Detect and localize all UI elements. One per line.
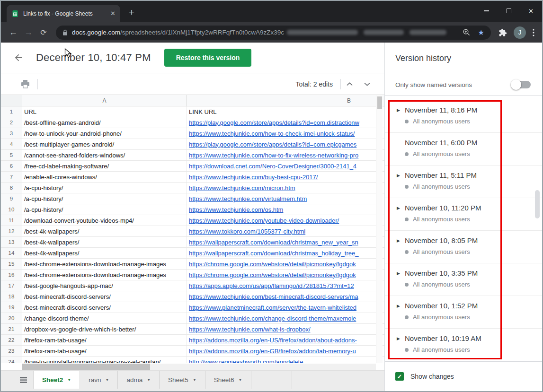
version-item[interactable]: ▶November 10, 3:35 PMAll anonymous users [385, 263, 542, 296]
forward-icon[interactable]: → [21, 27, 36, 37]
grid-vertical-scrollbar[interactable] [376, 95, 383, 363]
row-number[interactable]: 9 [1, 193, 22, 204]
column-header-a[interactable]: A [22, 95, 187, 106]
sheet-tab-adma[interactable]: adma▼ [118, 371, 160, 389]
row-number[interactable]: 6 [1, 161, 22, 171]
cell-link-url[interactable]: https://www.techjunkie.com/youtube-video… [187, 215, 384, 226]
cell-url[interactable]: /dropbox-vs-google-drive-which-is-better… [22, 324, 187, 334]
row-number[interactable]: 11 [1, 215, 22, 226]
avatar[interactable]: J [514, 26, 526, 39]
cell-url[interactable]: /best-minecraft-discord-servers/ [22, 291, 187, 302]
cell-link-url[interactable]: https://download.cnet.com/Nero-CoverDesi… [187, 161, 384, 171]
row-number[interactable]: 10 [1, 204, 22, 215]
row-number[interactable]: 24 [1, 357, 22, 363]
row-number[interactable]: 3 [1, 128, 22, 139]
column-header-b[interactable]: B [187, 95, 384, 106]
cell-url[interactable]: /best-4k-wallpapers/ [22, 237, 187, 247]
cell-link-url[interactable]: LINK URL [187, 106, 384, 117]
row-number[interactable]: 12 [1, 226, 22, 236]
tab-close-icon[interactable]: ✕ [110, 10, 116, 17]
grid-horizontal-scrollbar[interactable] [1, 364, 384, 370]
cell-url[interactable]: /change-discord-theme/ [22, 313, 187, 323]
version-item[interactable]: ▶November 11, 6:00 PMAll anonymous users [385, 133, 542, 166]
cell-link-url[interactable]: https://www.techjunkie.com/buy-best-cpu-… [187, 172, 384, 182]
browser-tab[interactable]: Links to fix - Google Sheets ✕ [7, 5, 120, 22]
restore-version-button[interactable]: Restore this version [164, 49, 252, 67]
sheet-tab-sheet2[interactable]: Sheet2▼ [33, 371, 80, 389]
cell-url[interactable]: /best-chrome-extensions-download-manage-… [22, 270, 187, 280]
bookmark-star-icon[interactable]: ★ [478, 28, 484, 37]
cell-url[interactable]: /free-cd-label-making-software/ [22, 161, 187, 171]
cell-url[interactable]: /download-convert-youtube-videos-mp4/ [22, 215, 187, 226]
cell-link-url[interactable]: https://www.techjunkie.com/os.htm [187, 204, 384, 215]
chevron-up-icon[interactable] [341, 82, 358, 86]
cell-link-url[interactable]: https://play.google.com/store/apps/detai… [187, 117, 384, 128]
expand-arrow-icon[interactable]: ▶ [397, 206, 405, 210]
cell-link-url[interactable]: https://www.techjunkie.com/virtualmem.ht… [187, 193, 384, 204]
expand-arrow-icon[interactable]: ▶ [397, 336, 405, 341]
cell-link-url[interactable]: https://play.google.com/store/apps/detai… [187, 139, 384, 149]
cell-url[interactable]: /firefox-ram-tab-usage/ [22, 335, 187, 345]
version-item[interactable]: ▶November 11, 8:16 PMAll anonymous users [385, 100, 542, 133]
cell-url[interactable]: /best-multiplayer-games-android/ [22, 139, 187, 149]
sheet-tab-ravn[interactable]: ravn▼ [80, 371, 118, 389]
cell-url[interactable]: URL [22, 106, 187, 117]
cell-link-url[interactable]: https://chrome.google.com/webstore/detai… [187, 270, 384, 280]
cell-url[interactable]: /a-cpu-history/ [22, 183, 187, 193]
row-number[interactable]: 16 [1, 270, 22, 280]
cell-link-url[interactable]: https://addons.mozilla.org/en-GB/firefox… [187, 346, 384, 356]
cell-url[interactable]: /cannot-see-shared-folders-windows/ [22, 150, 187, 160]
version-item[interactable]: ▶November 11, 5:11 PMAll anonymous users [385, 166, 542, 198]
cell-url[interactable]: /best-minecraft-discord-servers/ [22, 302, 187, 313]
cell-link-url[interactable]: https://wallpaperscraft.com/download/chr… [187, 237, 384, 247]
grid-hscroll-thumb[interactable] [22, 364, 150, 370]
row-number[interactable]: 4 [1, 139, 22, 149]
cell-link-url[interactable]: https://chrome.google.com/webstore/detai… [187, 259, 384, 269]
dropdown-arrow-icon[interactable]: ▼ [147, 378, 151, 382]
expand-arrow-icon[interactable]: ▶ [397, 304, 405, 308]
cell-link-url[interactable]: https://www.techjunkie.com/how-to-fix-wi… [187, 150, 384, 160]
cell-url[interactable]: /how-to-uninstall-program-on-mac-os-x-el… [22, 357, 187, 363]
cell-link-url[interactable]: https://www.tokkoro.com/1055377-city.htm… [187, 226, 384, 236]
version-item[interactable]: ▶November 10, 10:19 AMAll anonymous user… [385, 329, 542, 361]
sheet-tab-sheet5[interactable]: Sheet5▼ [160, 371, 205, 389]
cell-link-url[interactable]: https://wallpaperscraft.com/download/chr… [187, 248, 384, 258]
all-sheets-button[interactable] [13, 371, 33, 389]
dropdown-arrow-icon[interactable]: ▼ [105, 378, 109, 382]
row-number[interactable]: 21 [1, 324, 22, 334]
cell-url[interactable]: /firefox-ram-tab-usage/ [22, 346, 187, 356]
expand-arrow-icon[interactable]: ▶ [397, 238, 405, 243]
dropdown-arrow-icon[interactable]: ▼ [67, 378, 71, 382]
row-number[interactable]: 2 [1, 117, 22, 128]
cell-url[interactable]: /a-cpu-history/ [22, 193, 187, 204]
row-number[interactable]: 22 [1, 335, 22, 345]
new-tab-button[interactable]: + [125, 6, 138, 19]
cell-link-url[interactable]: https://addons.mozilla.org/en-US/firefox… [187, 335, 384, 345]
extensions-icon[interactable] [498, 28, 507, 37]
row-number[interactable]: 8 [1, 183, 22, 193]
row-number[interactable]: 23 [1, 346, 22, 356]
minimize-button[interactable] [475, 1, 498, 21]
row-number[interactable]: 15 [1, 259, 22, 269]
grid-vscroll-thumb[interactable] [377, 96, 382, 109]
expand-arrow-icon[interactable]: ▶ [397, 271, 405, 276]
cell-url[interactable]: /best-4k-wallpapers/ [22, 248, 187, 258]
kebab-menu-icon[interactable] [533, 29, 534, 36]
cell-url[interactable]: /best-chrome-extensions-download-manage-… [22, 259, 187, 269]
cell-url[interactable]: /how-to-unlock-your-android-phone/ [22, 128, 187, 139]
cell-link-url[interactable]: https://www.techjunkie.com/how-to-check-… [187, 128, 384, 139]
maximize-button[interactable] [498, 1, 520, 21]
sheet-tab-sheet6[interactable]: Sheet6▼ [205, 371, 251, 389]
version-item[interactable]: ▶November 10, 11:20 PMAll anonymous user… [385, 198, 542, 231]
url-bar[interactable]: docs.google.com /spreadsheets/d/1lXnMj1T… [56, 26, 491, 40]
cell-url[interactable]: /best-4k-wallpapers/ [22, 226, 187, 236]
row-number[interactable]: 14 [1, 248, 22, 258]
back-icon[interactable]: ← [6, 27, 21, 37]
print-icon[interactable] [21, 80, 30, 88]
cell-url[interactable]: /best-offline-games-android/ [22, 117, 187, 128]
row-number[interactable]: 13 [1, 237, 22, 247]
reload-icon[interactable]: ⟳ [36, 28, 51, 37]
dropdown-arrow-icon[interactable]: ▼ [193, 378, 196, 382]
version-item[interactable]: ▶November 10, 8:05 PMAll anonymous users [385, 231, 542, 263]
cell-link-url[interactable]: https://www.techjunkie.com/what-is-dropb… [187, 324, 384, 334]
